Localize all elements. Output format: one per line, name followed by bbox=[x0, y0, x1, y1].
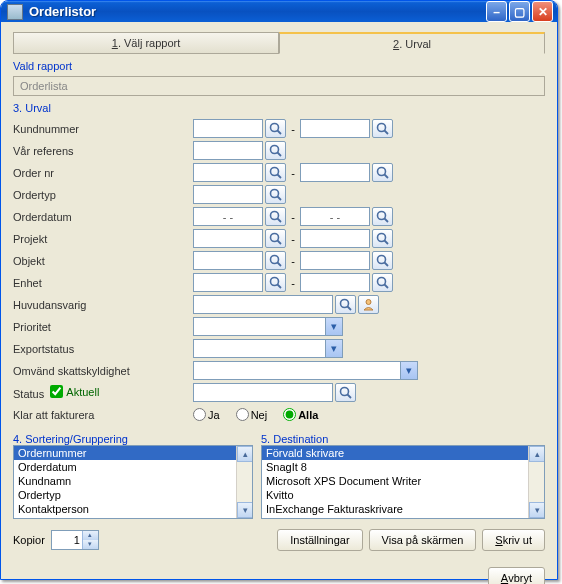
projekt-to-lookup[interactable] bbox=[372, 229, 393, 248]
orderdatum-from-lookup[interactable] bbox=[265, 207, 286, 226]
tab-valj-rapport[interactable]: 1. Välj rapport bbox=[13, 32, 279, 54]
ordertyp-label: Ordertyp bbox=[13, 189, 193, 201]
enhet-to-input[interactable] bbox=[300, 273, 370, 292]
enhet-to-lookup[interactable] bbox=[372, 273, 393, 292]
client-area: 1. Välj rapport 2. Urval Vald rapport Or… bbox=[1, 22, 557, 584]
vald-rapport-value: Orderlista bbox=[13, 76, 545, 96]
objekt-to-lookup[interactable] bbox=[372, 251, 393, 270]
kundnummer-from-input[interactable] bbox=[193, 119, 263, 138]
list-item[interactable]: Kvitto bbox=[262, 488, 544, 502]
dash: - bbox=[288, 211, 298, 223]
minimize-button[interactable]: – bbox=[486, 1, 507, 22]
orderdatum-from-input[interactable] bbox=[193, 207, 263, 226]
exportstatus-label: Exportstatus bbox=[13, 343, 193, 355]
list-item[interactable]: InExchange Fakturaskrivare bbox=[262, 502, 544, 516]
projekt-to-input[interactable] bbox=[300, 229, 370, 248]
status-input[interactable] bbox=[193, 383, 333, 402]
enhet-from-lookup[interactable] bbox=[265, 273, 286, 292]
dash: - bbox=[288, 233, 298, 245]
close-button[interactable]: ✕ bbox=[532, 1, 553, 22]
huvudansvarig-person-icon[interactable] bbox=[358, 295, 379, 314]
action-row: Kopior ▴▾ Inställningar Visa på skärmen … bbox=[13, 529, 545, 551]
order-nr-label: Order nr bbox=[13, 167, 193, 179]
omvand-combo[interactable]: ▾ bbox=[193, 361, 418, 380]
kundnummer-from-lookup[interactable] bbox=[265, 119, 286, 138]
skrivut-button[interactable]: Skriv ut bbox=[482, 529, 545, 551]
klar-nej-radio[interactable]: Nej bbox=[236, 408, 268, 421]
objekt-from-input[interactable] bbox=[193, 251, 263, 270]
destination-listbox[interactable]: Förvald skrivare SnagIt 8 Microsoft XPS … bbox=[261, 445, 545, 519]
aktuell-checkbox-label[interactable]: Aktuell bbox=[66, 386, 99, 398]
dash: - bbox=[288, 123, 298, 135]
list-item[interactable]: Microsoft XPS Document Writer bbox=[262, 474, 544, 488]
orderdatum-to-lookup[interactable] bbox=[372, 207, 393, 226]
exportstatus-combo[interactable]: ▾ bbox=[193, 339, 343, 358]
spin-up-icon[interactable]: ▴ bbox=[82, 531, 98, 540]
scrollbar[interactable]: ▴▾ bbox=[528, 446, 544, 518]
order-nr-to-input[interactable] bbox=[300, 163, 370, 182]
scrollbar[interactable]: ▴▾ bbox=[236, 446, 252, 518]
list-item[interactable]: SnagIt 8 bbox=[262, 460, 544, 474]
scroll-down-icon[interactable]: ▾ bbox=[529, 502, 545, 518]
objekt-from-lookup[interactable] bbox=[265, 251, 286, 270]
list-item[interactable]: Ordernummer bbox=[14, 446, 252, 460]
chevron-down-icon: ▾ bbox=[325, 340, 342, 357]
enhet-from-input[interactable] bbox=[193, 273, 263, 292]
objekt-label: Objekt bbox=[13, 255, 193, 267]
orderdatum-to-input[interactable] bbox=[300, 207, 370, 226]
order-nr-from-input[interactable] bbox=[193, 163, 263, 182]
ordertyp-lookup[interactable] bbox=[265, 185, 286, 204]
projekt-from-lookup[interactable] bbox=[265, 229, 286, 248]
urval-grid: Kundnummer - Vår referens Order nr - bbox=[13, 118, 545, 425]
list-item[interactable]: Kundnamn bbox=[14, 474, 252, 488]
scroll-up-icon[interactable]: ▴ bbox=[529, 446, 545, 462]
status-lookup[interactable] bbox=[335, 383, 356, 402]
klar-ja-radio[interactable]: Ja bbox=[193, 408, 220, 421]
huvudansvarig-lookup[interactable] bbox=[335, 295, 356, 314]
projekt-from-input[interactable] bbox=[193, 229, 263, 248]
list-item[interactable]: Kontaktperson bbox=[14, 502, 252, 516]
installningar-button[interactable]: Inställningar bbox=[277, 529, 362, 551]
kopior-input[interactable] bbox=[52, 531, 82, 549]
destination-label: 5. Destination bbox=[261, 433, 545, 445]
maximize-button[interactable]: ▢ bbox=[509, 1, 530, 22]
aktuell-checkbox[interactable] bbox=[50, 385, 63, 398]
chevron-down-icon: ▾ bbox=[400, 362, 417, 379]
kopior-stepper[interactable]: ▴▾ bbox=[51, 530, 99, 550]
objekt-to-input[interactable] bbox=[300, 251, 370, 270]
klar-alla-radio[interactable]: Alla bbox=[283, 408, 318, 421]
avbryt-button[interactable]: Avbryt bbox=[488, 567, 545, 584]
var-referens-label: Vår referens bbox=[13, 145, 193, 157]
projekt-label: Projekt bbox=[13, 233, 193, 245]
omvand-label: Omvänd skattskyldighet bbox=[13, 365, 193, 377]
sortering-listbox[interactable]: Ordernummer Orderdatum Kundnamn Ordertyp… bbox=[13, 445, 253, 519]
app-icon bbox=[7, 4, 23, 20]
titlebar[interactable]: Orderlistor – ▢ ✕ bbox=[1, 1, 557, 22]
var-referens-input[interactable] bbox=[193, 141, 263, 160]
orderdatum-label: Orderdatum bbox=[13, 211, 193, 223]
huvudansvarig-input[interactable] bbox=[193, 295, 333, 314]
scroll-up-icon[interactable]: ▴ bbox=[237, 446, 253, 462]
ordertyp-input[interactable] bbox=[193, 185, 263, 204]
scroll-down-icon[interactable]: ▾ bbox=[237, 502, 253, 518]
spin-down-icon[interactable]: ▾ bbox=[82, 540, 98, 549]
order-nr-from-lookup[interactable] bbox=[265, 163, 286, 182]
kundnummer-label: Kundnummer bbox=[13, 123, 193, 135]
kundnummer-to-input[interactable] bbox=[300, 119, 370, 138]
tab-urval[interactable]: 2. Urval bbox=[279, 32, 545, 54]
prioritet-combo[interactable]: ▾ bbox=[193, 317, 343, 336]
urval-label: 3. Urval bbox=[13, 102, 545, 114]
dash: - bbox=[288, 167, 298, 179]
list-item[interactable]: Förvald skrivare bbox=[262, 446, 544, 460]
dash: - bbox=[288, 255, 298, 267]
visa-button[interactable]: Visa på skärmen bbox=[369, 529, 477, 551]
status-row: Status Aktuell bbox=[13, 385, 193, 400]
tab-bar: 1. Välj rapport 2. Urval bbox=[13, 32, 545, 54]
kundnummer-to-lookup[interactable] bbox=[372, 119, 393, 138]
list-item[interactable]: Ordertyp bbox=[14, 488, 252, 502]
list-item[interactable]: Orderdatum bbox=[14, 460, 252, 474]
chevron-down-icon: ▾ bbox=[325, 318, 342, 335]
var-referens-lookup[interactable] bbox=[265, 141, 286, 160]
order-nr-to-lookup[interactable] bbox=[372, 163, 393, 182]
kopior-label: Kopior bbox=[13, 534, 45, 546]
